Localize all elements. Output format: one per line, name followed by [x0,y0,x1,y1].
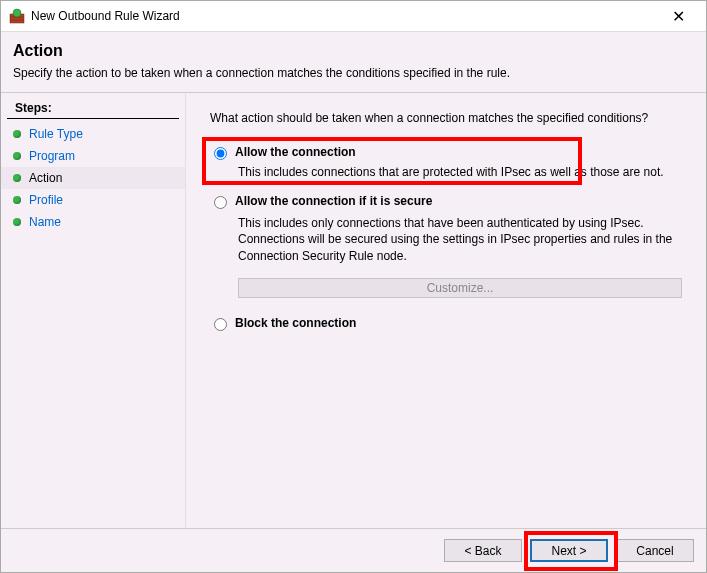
step-name[interactable]: Name [1,211,185,233]
question-text: What action should be taken when a conne… [210,111,682,125]
bullet-icon [13,130,21,138]
step-link[interactable]: Rule Type [29,127,83,141]
step-link[interactable]: Profile [29,193,63,207]
content-pane: What action should be taken when a conne… [186,93,706,528]
page-subtitle: Specify the action to be taken when a co… [13,66,694,80]
step-label: Action [29,171,62,185]
step-program[interactable]: Program [1,145,185,167]
step-profile[interactable]: Profile [1,189,185,211]
step-link[interactable]: Name [29,215,61,229]
bullet-icon [13,218,21,226]
steps-sidebar: Steps: Rule Type Program Action Profile [1,93,186,528]
radio-allow[interactable] [214,147,227,160]
bullet-icon [13,196,21,204]
back-button[interactable]: < Back [444,539,522,562]
page-title: Action [13,42,694,60]
step-link[interactable]: Program [29,149,75,163]
option-allow-secure-desc: This includes only connections that have… [238,215,678,264]
window-title: New Outbound Rule Wizard [31,9,180,23]
footer: < Back Next > Cancel [1,528,706,572]
option-allow-label[interactable]: Allow the connection [235,145,356,159]
option-block-label[interactable]: Block the connection [235,316,356,330]
step-action[interactable]: Action [1,167,185,189]
radio-block[interactable] [214,318,227,331]
bullet-icon [13,152,21,160]
titlebar: New Outbound Rule Wizard ✕ [1,1,706,32]
cancel-button[interactable]: Cancel [616,539,694,562]
next-button[interactable]: Next > [530,539,608,562]
radio-allow-secure[interactable] [214,196,227,209]
option-allow-secure-label[interactable]: Allow the connection if it is secure [235,194,432,208]
option-allow-desc: This includes connections that are prote… [238,164,678,180]
header: Action Specify the action to be taken wh… [1,32,706,93]
step-rule-type[interactable]: Rule Type [1,123,185,145]
customize-button: Customize... [238,278,682,298]
close-button[interactable]: ✕ [658,7,698,26]
steps-heading: Steps: [7,99,179,119]
wizard-window: New Outbound Rule Wizard ✕ Action Specif… [0,0,707,573]
firewall-icon [9,8,25,24]
bullet-icon [13,174,21,182]
